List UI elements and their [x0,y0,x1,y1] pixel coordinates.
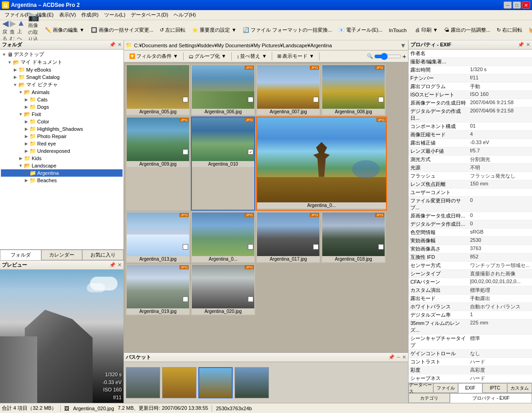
exif-pin-icon[interactable]: 📌 [518,42,524,48]
batch-resize-button[interactable]: 🔲 画像の一括サイズ変更... [88,25,157,35]
menu-help[interactable]: ヘルプ(H) [171,11,198,19]
tree-item-animals[interactable]: ▼📂Animals [1,89,123,96]
image-cell-10[interactable]: JPG ✓ Argentina_010 [191,117,255,211]
folder-pin-icon[interactable]: 📌 [109,42,116,48]
menu-tools[interactable]: ツール(L) [101,11,128,19]
menu-view[interactable]: 表示(V) [56,11,79,19]
tree-toggle[interactable]: ▶ [13,75,17,79]
view-mode-button[interactable]: ⊞ 表示モード ▼ [274,51,317,61]
basket-close-icon[interactable]: ✕ [402,354,406,360]
tree-toggle[interactable]: ▶ [24,119,28,124]
tab-exif[interactable]: EXIF [458,383,483,393]
tree-item-red-eye[interactable]: ▶📁Red eye [1,140,123,147]
preview-close-icon[interactable]: ✕ [118,262,122,268]
tab-folder[interactable]: フォルダ [0,250,41,260]
rotate-right-button[interactable]: ↻ 右に回転 [493,25,526,35]
group-button[interactable]: 🗂 グループ化 ▼ [185,51,230,61]
zoom-out-icon[interactable]: 🔍 [367,53,373,59]
exif-close-icon[interactable]: ✕ [526,42,530,48]
tree-item-color[interactable]: ▶📁Color [1,118,123,125]
tree-toggle[interactable]: ▶ [24,134,28,139]
image-cell-13[interactable]: JPG Argentina_013.jpg [126,212,190,263]
image-cell-6[interactable]: JPG Argentina_006.jpg [191,64,255,116]
tree-toggle[interactable]: ▶ [24,127,28,131]
image-grid[interactable]: JPG Argentina_005.jpg JPG Argentina_006.… [124,62,408,352]
close-button[interactable]: ✕ [522,1,530,9]
menu-database[interactable]: データベース(D) [128,11,171,19]
back-button[interactable]: ◀ 戻る [2,22,9,39]
folder-close-icon[interactable]: ✕ [118,42,122,48]
tree-item-argentina[interactable]: ▶📁Argentina [1,169,123,177]
tree-item-dogs[interactable]: ▶📁Dogs [1,103,123,111]
preview-pin-icon[interactable]: 📌 [109,262,116,268]
zoom-slider[interactable] [374,54,402,59]
basket-item-3[interactable] [198,367,233,398]
tree-toggle[interactable]: ▶ [24,105,28,109]
filter-button[interactable]: 🔽 フィルタの条件 ▼ [126,51,181,61]
up-button[interactable]: ▲ 上へ [17,22,26,39]
tree-toggle[interactable]: ▶ [24,171,28,175]
image-cell-18[interactable]: JPG Argentina_018.jpg [321,212,386,263]
tree-toggle[interactable]: ▼ [18,163,23,168]
tree-item-beaches[interactable]: ▶📁Beaches [1,177,123,184]
maximize-button[interactable]: □ [513,1,521,9]
tree-item-snagit-catalog[interactable]: ▶📁SnagIt Catalog [1,73,123,81]
forward-button[interactable]: ▶ 進む [9,22,17,39]
tree-item-kids[interactable]: ▶📁Kids [1,155,123,162]
image-cell-11-large[interactable]: JPG Argentina_0... [256,117,387,211]
image-cell-20[interactable]: JPG Argentina_020.jpg [191,264,255,315]
edit-image-button[interactable]: ✏️ 画像の編集 ▼ [42,25,88,35]
basket-item-1[interactable] [126,367,160,398]
titlebar-controls[interactable]: ─ □ ✕ [504,1,530,9]
tree-toggle[interactable]: ▼ [13,83,17,87]
image-cell-9[interactable]: JPG Argentina_009.jpg [126,117,190,211]
tree-item-my-ebooks[interactable]: ▶📁My eBooks [1,66,123,73]
tree-item-マイ-ピクチャ[interactable]: ▼📂マイ ピクチャ [1,81,123,89]
tab-iptc[interactable]: IPTC [482,383,507,393]
tree-toggle[interactable]: ▼ [2,52,6,57]
tree-toggle[interactable]: ▼ [7,60,12,65]
folder-tree[interactable]: ▼🖥デスクトップ▼📂マイ ドキュメント▶📁My eBooks▶📁SnagIt C… [0,50,123,249]
tab-file[interactable]: ファイル [433,383,458,393]
image-cell-17[interactable]: JPG Argentina_017.jpg [256,212,320,263]
subtab-category[interactable]: カテゴリ [409,393,450,403]
tree-toggle[interactable]: ▶ [18,156,23,161]
image-cell-8[interactable]: JPG Argentina_008.jpg [321,64,386,116]
email-button[interactable]: 📧 電子メール(E)... [335,25,386,35]
intouch-button[interactable]: InTouch [386,26,410,34]
tree-toggle[interactable]: ▼ [18,90,23,95]
tree-toggle[interactable]: ▼ [18,112,23,117]
tree-toggle[interactable]: ▶ [13,67,17,72]
tree-toggle[interactable]: ▶ [24,178,28,183]
basket-item-4[interactable] [235,367,269,398]
basket-pin-icon[interactable]: 📌 [388,354,395,360]
exposure-button[interactable]: 🌤 露出の一括調整... [441,25,493,35]
tab-database[interactable]: データベース [409,383,433,393]
tab-favorites[interactable]: お気に入り [82,250,123,260]
tree-item-highlights_shadows[interactable]: ▶📁Highlights_Shadows [1,125,123,133]
zoom-in-icon[interactable]: + [403,53,406,60]
tree-item-マイ-ドキュメント[interactable]: ▼📂マイ ドキュメント [1,58,123,66]
path-scroll-icon[interactable]: ▼ [400,42,406,49]
convert-button[interactable]: 🔄 ファイル フォーマットの一括変換... [240,25,335,35]
tree-toggle[interactable]: ▶ [24,149,28,153]
image-cell-7[interactable]: JPG Argentina_007.jpg [256,64,320,116]
import-button[interactable]: 📷 画像の取り込み [28,22,40,39]
tree-item-underexposed[interactable]: ▶📁Underexposed [1,147,123,155]
basket-item-2[interactable] [162,367,196,398]
tab-calendar[interactable]: カレンダー [41,250,83,260]
image-cell-5[interactable]: JPG Argentina_005.jpg [126,64,190,116]
tree-item-cats[interactable]: ▶📁Cats [1,96,123,103]
priority-button[interactable]: ⭐ 重要度の設定 ▼ [189,25,240,35]
tree-item-fixit[interactable]: ▼📂Fixit [1,111,123,118]
tree-toggle[interactable]: ▶ [24,141,28,146]
tab-custom[interactable]: カスタム [507,383,532,393]
tree-item-photo-repair[interactable]: ▶📁Photo Repair [1,133,123,140]
minimize-button[interactable]: ─ [504,1,512,9]
subtab-properties[interactable]: プロパティ - EXIF [450,393,532,403]
basket-add-button[interactable]: 🧺 バスケットに追加 [526,25,532,35]
basket-content[interactable] [124,362,408,403]
tree-item-デスクトップ[interactable]: ▼🖥デスクトップ [1,50,123,58]
tree-toggle[interactable]: ▶ [24,97,28,102]
sort-button[interactable]: ↕ 並べ替え ▼ [234,51,270,61]
